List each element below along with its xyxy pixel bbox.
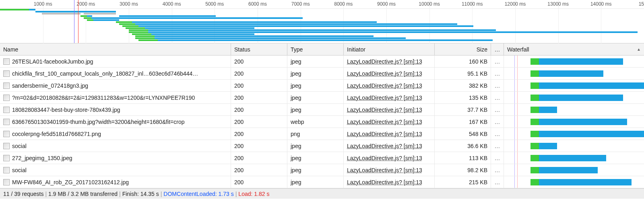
cell-waterfall[interactable] [504,56,644,67]
waterfall-download-bar [539,107,557,113]
header-status[interactable]: Status [231,43,287,55]
cell-time: … [491,176,504,188]
file-name: 180828083447-best-buy-store-780x439.jpg [12,107,120,113]
cell-size: 382 KB [435,80,491,91]
waterfall-load-marker [517,68,518,79]
table-row[interactable]: 272_jpegimg_1350.jpeg200jpegLazyLoadDire… [0,152,644,164]
waterfall-waiting-bar [530,143,539,149]
cell-waterfall[interactable] [504,176,644,188]
header-waterfall[interactable]: Waterfall ▲ [504,43,644,55]
cell-name[interactable]: social [0,164,231,176]
cell-size: 95.1 KB [435,68,491,79]
cell-waterfall[interactable] [504,140,644,152]
table-row[interactable]: chickfila_first_100_campout_locals_only_… [0,68,644,80]
cell-status: 200 [231,68,287,79]
initiator-link[interactable]: LazyLoadDirective.js? [sm]:13 [347,70,422,77]
table-row[interactable]: social200jpegLazyLoadDirective.js? [sm]:… [0,164,644,176]
overview-tick-label: 6000 ms [248,1,267,7]
waterfall-load-marker [517,164,518,176]
cell-initiator: LazyLoadDirective.js? [sm]:13 [344,116,435,128]
table-row[interactable]: MW-FW846_AI_rob_ZG_20171023162412.jpg200… [0,176,644,188]
overview-tick-label: 5000 ms [205,1,224,7]
cell-name[interactable]: chickfila_first_100_campout_locals_only_… [0,68,231,79]
cell-type: jpeg [287,80,344,91]
cell-size: 548 KB [435,128,491,140]
waterfall-load-marker [517,104,518,115]
waterfall-waiting-bar [530,107,539,113]
file-icon [3,155,10,161]
cell-name[interactable]: cocolerpng-fe5d5181d7668271.png [0,128,231,140]
cell-waterfall[interactable] [504,164,644,176]
waterfall-dcl-marker [514,128,515,140]
header-size[interactable]: Size [435,43,491,55]
cell-size: 36.6 KB [435,140,491,152]
network-table-body: 26TESLA01-facebookJumbo.jpg200jpegLazyLo… [0,56,644,188]
cell-waterfall[interactable] [504,152,644,164]
table-row[interactable]: social200jpegLazyLoadDirective.js? [sm]:… [0,140,644,152]
cell-name[interactable]: social [0,140,231,152]
waterfall-download-bar [539,167,598,173]
cell-name[interactable]: 180828083447-best-buy-store-780x439.jpg [0,104,231,115]
file-name: ?m=02&d=20180828&t=2&i=1298311283&w=1200… [12,95,195,101]
initiator-link[interactable]: LazyLoadDirective.js? [sm]:13 [347,143,422,149]
cell-status: 200 [231,164,287,176]
cell-waterfall[interactable] [504,116,644,128]
cell-size: 160 KB [435,56,491,67]
initiator-link[interactable]: LazyLoadDirective.js? [sm]:13 [347,95,422,101]
cell-waterfall[interactable] [504,80,644,91]
cell-name[interactable]: ?m=02&d=20180828&t=2&i=1298311283&w=1200… [0,92,231,103]
initiator-link[interactable]: LazyLoadDirective.js? [sm]:13 [347,82,422,89]
file-name: social [12,143,27,149]
initiator-link[interactable]: LazyLoadDirective.js? [sm]:13 [347,179,422,185]
header-type[interactable]: Type [287,43,344,55]
table-row[interactable]: 180828083447-best-buy-store-780x439.jpg2… [0,104,644,116]
file-icon [3,58,10,65]
table-row[interactable]: ?m=02&d=20180828&t=2&i=1298311283&w=1200… [0,92,644,104]
table-row[interactable]: 636676501303401959-thumb.jpg?width=3200&… [0,116,644,128]
cell-name[interactable]: 26TESLA01-facebookJumbo.jpg [0,56,231,67]
header-initiator[interactable]: Initiator [344,43,435,55]
initiator-link[interactable]: LazyLoadDirective.js? [sm]:13 [347,155,422,161]
network-summary-footer: 11 / 39 requests | 1.9 MB / 3.2 MB trans… [0,188,644,199]
initiator-link[interactable]: LazyLoadDirective.js? [sm]:13 [347,58,422,65]
cell-initiator: LazyLoadDirective.js? [sm]:13 [344,176,435,188]
footer-sep: | [235,191,237,197]
cell-initiator: LazyLoadDirective.js? [sm]:13 [344,128,435,140]
waterfall-dcl-marker [514,140,515,152]
cell-initiator: LazyLoadDirective.js? [sm]:13 [344,68,435,79]
cell-time: … [491,128,504,140]
cell-name[interactable]: 636676501303401959-thumb.jpg?width=3200&… [0,116,231,128]
cell-name[interactable]: MW-FW846_AI_rob_ZG_20171023162412.jpg [0,176,231,188]
header-name[interactable]: Name [0,43,231,55]
file-icon [3,167,10,173]
file-name: 26TESLA01-facebookJumbo.jpg [12,58,93,65]
cell-waterfall[interactable] [504,128,644,140]
file-icon [3,107,10,113]
file-name: 272_jpegimg_1350.jpeg [12,155,72,161]
cell-waterfall[interactable] [504,68,644,79]
overview-tick-label: 3000 ms [120,1,138,7]
table-row[interactable]: 26TESLA01-facebookJumbo.jpg200jpegLazyLo… [0,56,644,68]
initiator-link[interactable]: LazyLoadDirective.js? [sm]:13 [347,167,422,173]
waterfall-dcl-marker [514,56,515,67]
cell-size: 167 KB [435,116,491,128]
cell-size: 135 KB [435,92,491,103]
waterfall-waiting-bar [530,58,539,65]
cell-name[interactable]: 272_jpegimg_1350.jpeg [0,152,231,164]
header-time[interactable]: … [491,43,504,55]
table-row[interactable]: cocolerpng-fe5d5181d7668271.png200pngLaz… [0,128,644,140]
cell-waterfall[interactable] [504,92,644,103]
initiator-link[interactable]: LazyLoadDirective.js? [sm]:13 [347,131,422,137]
cell-status: 200 [231,104,287,115]
cell-name[interactable]: sandersbernie_072418gn3.jpg [0,80,231,91]
initiator-link[interactable]: LazyLoadDirective.js? [sm]:13 [347,107,422,113]
cell-type: jpeg [287,56,344,67]
cell-waterfall[interactable] [504,104,644,115]
initiator-link[interactable]: LazyLoadDirective.js? [sm]:13 [347,119,422,125]
table-row[interactable]: sandersbernie_072418gn3.jpg200jpegLazyLo… [0,80,644,92]
cell-time: … [491,56,504,67]
header-waterfall-label: Waterfall [507,46,529,53]
network-overview-timeline[interactable]: 1000 ms2000 ms3000 ms4000 ms5000 ms6000 … [0,0,644,43]
cell-type: webp [287,116,344,128]
footer-sep: | [45,191,47,197]
